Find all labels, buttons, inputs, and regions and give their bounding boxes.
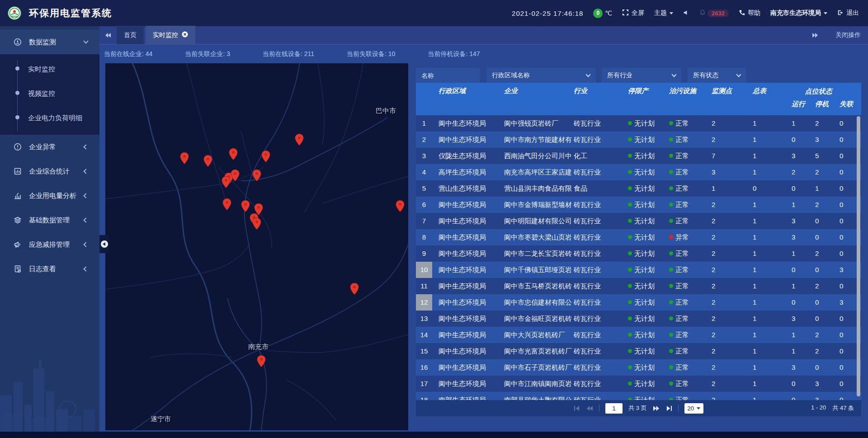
table-row[interactable]: 2阆中生态环境局阆中市南方节能建材有砖瓦行业无计划正常21030 bbox=[416, 132, 861, 148]
row-running-count: 0 bbox=[780, 392, 807, 400]
map-pin[interactable] bbox=[231, 169, 240, 182]
table-row[interactable]: 3仪陇生态环境局西南油气田分公司川中化工无计划正常71350 bbox=[416, 148, 861, 164]
row-total-meters: 0 bbox=[744, 180, 780, 197]
sidebar-item-3[interactable]: 企业用电量分析 bbox=[0, 184, 99, 208]
sidebar-subitem-0[interactable]: 实时监控 bbox=[0, 57, 99, 81]
map-pin[interactable] bbox=[203, 155, 212, 167]
row-production-limit: 无计划 bbox=[627, 294, 667, 311]
row-region: 阆中生态环境局 bbox=[432, 311, 498, 327]
sidebar-item-6[interactable]: 日志查看 bbox=[0, 257, 99, 281]
page-number-input[interactable] bbox=[605, 403, 623, 414]
table-row[interactable]: 11阆中生态环境局阆中市五马桥页岩机砖砖瓦行业无计划正常21120 bbox=[416, 278, 861, 294]
row-pollution-facility: 正常 bbox=[667, 132, 708, 148]
status-dot-green bbox=[669, 333, 673, 337]
fullscreen-button[interactable]: 全屏 bbox=[622, 9, 644, 17]
table-row[interactable]: 17阆中生态环境局阆中市江南镇阆南页岩砖瓦行业无计划正常21030 bbox=[416, 376, 861, 392]
sidebar-item-1[interactable]: 企业异常 bbox=[0, 135, 99, 159]
row-total-meters: 1 bbox=[744, 359, 780, 376]
divider bbox=[678, 405, 679, 412]
sidebar-item-4[interactable]: 基础数据管理 bbox=[0, 208, 99, 232]
name-filter-input[interactable] bbox=[416, 68, 480, 83]
next-page-button[interactable] bbox=[653, 405, 660, 411]
chevron-down-icon bbox=[824, 12, 827, 14]
row-offline-count: 0 bbox=[832, 164, 857, 180]
region-filter-select[interactable]: 行政区域名称 bbox=[486, 68, 595, 83]
map-pin[interactable] bbox=[252, 169, 261, 182]
map-pin[interactable] bbox=[350, 283, 359, 295]
sidebar-item-5[interactable]: 应急减排管理 bbox=[0, 232, 99, 257]
status-dot-green bbox=[669, 154, 673, 158]
column-header-6: 总表 bbox=[744, 83, 780, 99]
status-filter-select[interactable]: 所有状态 bbox=[688, 68, 746, 83]
stat-item-3: 当前失联设备: 10 bbox=[347, 50, 395, 58]
industry-filter-select[interactable]: 所有行业 bbox=[602, 68, 681, 83]
table-row[interactable]: 1阆中生态环境局阆中强锐页岩砖厂砖瓦行业无计划正常21120 bbox=[416, 115, 861, 132]
help-button[interactable]: 帮助 bbox=[739, 9, 760, 17]
sidebar-item-2[interactable]: 企业综合统计 bbox=[0, 159, 99, 184]
temperature-unit: ℃ bbox=[605, 9, 612, 17]
sidebar-subitem-2[interactable]: 企业电力负荷明细 bbox=[0, 106, 99, 130]
row-production-limit: 无计划 bbox=[627, 180, 667, 197]
page-size-select[interactable]: 20 bbox=[684, 403, 703, 414]
row-index: 3 bbox=[416, 148, 432, 164]
table-row[interactable]: 5营山生态环境局营山县润丰肉食品有限食品无计划正常10010 bbox=[416, 180, 861, 197]
sidebar-collapse-button[interactable] bbox=[99, 235, 109, 253]
map-city-label: 巴中市 bbox=[376, 107, 396, 115]
map-panel[interactable]: 巴中市南充市遂宁市 bbox=[105, 63, 408, 430]
theme-dropdown[interactable]: 主题 bbox=[654, 9, 673, 17]
tabs-scroll-left-icon[interactable] bbox=[99, 33, 117, 38]
map-pin[interactable] bbox=[180, 152, 189, 165]
notification-count-badge: 2632 bbox=[708, 9, 729, 17]
first-page-button[interactable] bbox=[574, 405, 580, 411]
table-header: 行政区域企业行业停限产治污设施监测点总表点位状态运行停机失联 bbox=[416, 83, 861, 115]
row-industry: 砖瓦行业 bbox=[572, 278, 627, 294]
table-row[interactable]: 10阆中生态环境局阆中千佛镇五郎垭页岩砖瓦行业无计划正常21003 bbox=[416, 262, 861, 278]
status-dot-green bbox=[628, 316, 632, 320]
map-pin[interactable] bbox=[222, 198, 231, 211]
tabs-scroll-right-icon[interactable] bbox=[807, 33, 824, 38]
map-pin[interactable] bbox=[261, 150, 270, 163]
table-row[interactable]: 15阆中生态环境局阆中市光富页岩机砖厂砖瓦行业无计划正常21120 bbox=[416, 343, 861, 359]
table-row[interactable]: 14阆中生态环境局阆中大兴页岩机砖厂砖瓦行业无计划正常21120 bbox=[416, 327, 861, 343]
row-region: 南部生态环境局 bbox=[432, 392, 498, 400]
notifications-button[interactable]: 2632 bbox=[699, 9, 729, 17]
table-row[interactable]: 16阆中生态环境局阆中市石子页岩机砖厂砖瓦行业无计划正常21300 bbox=[416, 359, 861, 376]
status-dot-green bbox=[628, 365, 632, 369]
column-header-5: 监测点 bbox=[708, 83, 744, 99]
tab-realtime-monitor[interactable]: 实时监控 bbox=[146, 26, 195, 44]
map-pin[interactable] bbox=[241, 200, 250, 212]
table-row[interactable]: 8阆中生态环境局阆中市枣碧大梁山页岩砖瓦行业无计划异常21300 bbox=[416, 229, 861, 245]
tab-close-icon[interactable] bbox=[182, 31, 188, 39]
logout-button[interactable]: 退出 bbox=[837, 9, 859, 17]
table-row[interactable]: 4高坪生态环境局南充市高坪区王家店建砖瓦行业无计划正常31220 bbox=[416, 164, 861, 180]
status-dot-green bbox=[669, 284, 673, 288]
sidebar-subitem-1[interactable]: 视频监控 bbox=[0, 81, 99, 106]
map-pin[interactable] bbox=[229, 148, 238, 160]
sidebar-item-0[interactable]: 数据监测 bbox=[0, 30, 99, 54]
map-pin[interactable] bbox=[295, 133, 304, 146]
map-pin[interactable] bbox=[396, 200, 405, 212]
row-offline-count: 0 bbox=[832, 392, 857, 400]
last-page-button[interactable] bbox=[665, 405, 672, 411]
organization-dropdown[interactable]: 南充市生态环境局 bbox=[770, 9, 827, 17]
map-pin[interactable] bbox=[257, 355, 266, 367]
table-row[interactable]: 12阆中生态环境局阆中市忠信建材有限公砖瓦行业无计划正常21003 bbox=[416, 294, 861, 311]
table-row[interactable]: 6阆中生态环境局阆中市金博瑞新型墙材砖瓦行业无计划正常21120 bbox=[416, 197, 861, 213]
tab-home[interactable]: 首页 bbox=[117, 26, 144, 44]
table-row[interactable]: 18南部生态环境局南部县瑞华土陶有限公砖瓦行业无计划正常21030 bbox=[416, 392, 861, 400]
row-stopped-count: 3 bbox=[807, 132, 832, 148]
table-row[interactable]: 13阆中生态环境局阆中市金福旺页岩机砖砖瓦行业无计划正常21300 bbox=[416, 311, 861, 327]
row-pollution-facility: 正常 bbox=[667, 245, 708, 262]
map-pin[interactable] bbox=[222, 176, 231, 188]
close-operations-button[interactable]: 关闭操作 bbox=[835, 31, 861, 39]
prev-page-button[interactable] bbox=[586, 405, 593, 411]
table-row[interactable]: 9阆中生态环境局阆中市二龙长宝页岩砖砖瓦行业无计划正常21120 bbox=[416, 245, 861, 262]
sidebar-item-label: 日志查看 bbox=[29, 265, 84, 273]
total-pages-label: 共 3 页 bbox=[628, 404, 646, 412]
table-row[interactable]: 7阆中生态环境局阆中明阳建材有限公司砖瓦行业无计划正常21300 bbox=[416, 213, 861, 229]
map-pin[interactable] bbox=[252, 217, 261, 230]
table-scrollbar[interactable] bbox=[857, 116, 860, 396]
mute-button[interactable] bbox=[683, 9, 689, 17]
row-monitor-points: 2 bbox=[708, 197, 744, 213]
row-production-limit: 无计划 bbox=[627, 115, 667, 132]
